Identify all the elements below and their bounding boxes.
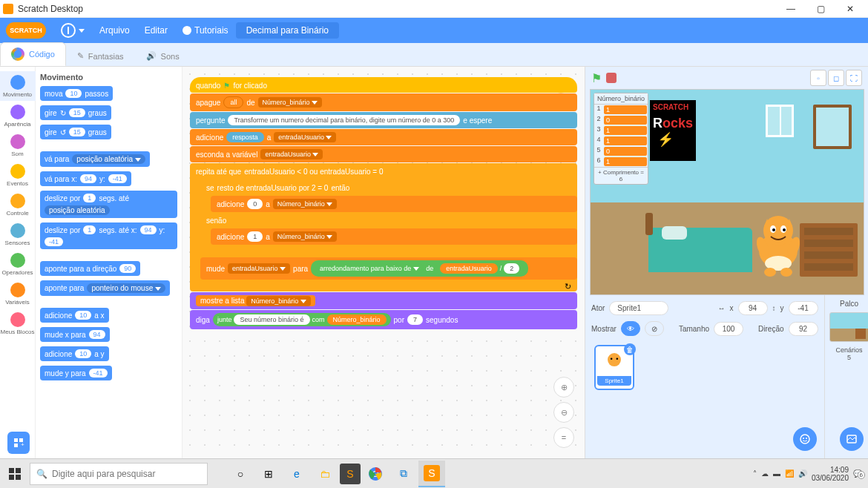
zoom-in-button[interactable]: ⊕	[553, 377, 574, 398]
notifications-button[interactable]: 💬6	[853, 469, 862, 478]
cortana-button[interactable]: ○	[227, 461, 254, 487]
block-turn-ccw[interactable]: gire↺15graus	[40, 125, 111, 139]
category-meus blocos[interactable]: Meus Blocos	[0, 309, 36, 338]
block-when-flag[interactable]: quando ⚑ for clicado	[190, 77, 577, 93]
clock[interactable]: 14:0903/06/2020	[812, 466, 849, 482]
tab-sounds[interactable]: 🔊Sons	[135, 46, 191, 66]
sprite-name-input[interactable]: Sprite1	[609, 301, 668, 315]
scratch-taskbar-icon[interactable]: S	[418, 461, 445, 487]
tutorials-menu[interactable]: Tutoriais	[175, 18, 236, 43]
file-menu[interactable]: Arquivo	[92, 18, 137, 43]
language-menu[interactable]	[53, 18, 92, 43]
script-workspace[interactable]: quando ⚑ for clicado apaguealldeNúmero_b…	[183, 67, 585, 458]
vscode-icon[interactable]: ⧉	[390, 461, 417, 487]
sprite-x-input[interactable]: 94	[738, 301, 768, 315]
close-button[interactable]: ✕	[835, 0, 865, 18]
block-point-dir[interactable]: aponte para a direção90	[40, 261, 140, 276]
add-backdrop-button[interactable]	[840, 427, 864, 451]
category-sensores[interactable]: Sensores	[0, 220, 36, 249]
window-prop	[766, 105, 794, 137]
block-set-x[interactable]: mude x para94	[40, 327, 110, 342]
windows-taskbar: 🔍Digite aqui para pesquisar ○ ⊞ e 🗀 S ⧉ …	[0, 458, 868, 488]
category-som[interactable]: Som	[0, 131, 36, 160]
block-hide-var[interactable]: esconda a variávelentradaUsuario	[190, 146, 577, 162]
edit-menu[interactable]: Editar	[137, 18, 175, 43]
category-variáveis[interactable]: Variáveis	[0, 279, 36, 309]
block-add-1[interactable]: adicione1aNúmero_binário	[211, 228, 577, 245]
zoom-reset-button[interactable]: =	[553, 427, 574, 448]
task-view-button[interactable]: ⊞	[255, 461, 282, 487]
svg-point-8	[763, 216, 793, 245]
minimize-button[interactable]: —	[776, 0, 806, 18]
sprite-size-input[interactable]: 100	[714, 322, 743, 336]
onedrive-icon[interactable]: ☁	[761, 469, 769, 478]
stage-large-button[interactable]: ◻	[828, 70, 844, 86]
start-button[interactable]	[0, 459, 30, 489]
project-name[interactable]: Decimal para Binário	[236, 22, 339, 39]
category-movimento[interactable]: Movimento	[0, 71, 36, 101]
explorer-icon[interactable]: 🗀	[312, 461, 338, 487]
volume-icon[interactable]: 🔊	[798, 469, 807, 478]
list-row: 20	[594, 115, 648, 125]
stage-small-button[interactable]: ▫	[810, 70, 826, 86]
green-flag-button[interactable]: ⚑	[591, 71, 602, 85]
block-say[interactable]: diga junte Seu número binário é com Núme…	[190, 310, 577, 329]
taskbar-search[interactable]: 🔍Digite aqui para pesquisar	[30, 463, 208, 485]
battery-icon[interactable]: ▬	[773, 469, 780, 478]
list-row: 50	[594, 146, 648, 156]
add-sprite-button[interactable]	[793, 427, 817, 451]
svg-point-12	[783, 228, 786, 231]
block-add-0[interactable]: adicione0aNúmero_binário	[211, 196, 577, 212]
show-sprite-button[interactable]: 👁	[621, 321, 640, 336]
block-add-y[interactable]: adicione10a y	[40, 346, 109, 361]
block-ask[interactable]: pergunteTransforme um numero decimal par…	[190, 112, 577, 128]
category-eventos[interactable]: Eventos	[0, 160, 36, 190]
sprite-dir-input[interactable]: 92	[789, 322, 818, 336]
tray-up-icon[interactable]: ˄	[753, 469, 757, 478]
block-goto[interactable]: vá paraposição aleatória	[40, 151, 150, 167]
zoom-out-button[interactable]: ⊖	[553, 402, 574, 423]
stop-button[interactable]	[606, 73, 617, 83]
block-stack[interactable]: quando ⚑ for clicado apaguealldeNúmero_b…	[190, 77, 577, 329]
block-glide[interactable]: deslize por1segs. atéposição aleatória	[40, 191, 177, 218]
block-set-var[interactable]: mudeentradaUsuario para arredondamento p…	[200, 257, 577, 280]
block-show-list[interactable]: mostre a lista Número_binário	[190, 292, 577, 309]
block-palette[interactable]: Movimento mova10passos gire↻15graus gire…	[36, 67, 183, 458]
block-glide-xy[interactable]: deslize por1segs. até x:94y:-41	[40, 222, 177, 249]
stage-panel: Palco Cenários 5	[824, 295, 868, 458]
category-aparência[interactable]: Aparência	[0, 101, 36, 131]
edge-icon[interactable]: e	[283, 461, 310, 487]
hide-sprite-button[interactable]: ⊘	[645, 321, 664, 336]
category-operadores[interactable]: Operadores	[0, 249, 36, 279]
scratch-logo[interactable]: SCRATCH	[6, 22, 46, 39]
block-goto-xy[interactable]: vá para x:94y:-41	[40, 171, 131, 186]
block-if-else[interactable]: se resto de entradaUsuario por 2 = 0 ent…	[200, 179, 577, 257]
tab-code[interactable]: Código	[0, 42, 66, 66]
delete-sprite-button[interactable]: 🗑	[624, 343, 636, 355]
block-add-x[interactable]: adicione10a x	[40, 308, 109, 323]
sprite-y-input[interactable]: -41	[789, 301, 818, 315]
sprite-cat[interactable]	[745, 210, 812, 284]
chrome-icon[interactable]	[362, 461, 389, 487]
top-menu: SCRATCH Arquivo Editar Tutoriais Decimal…	[0, 18, 868, 43]
maximize-button[interactable]: ▢	[806, 0, 835, 18]
block-move-steps[interactable]: mova10passos	[40, 86, 113, 101]
list-monitor[interactable]: Número_binário 112031415061 + Compriment…	[594, 93, 648, 185]
block-repeat-until[interactable]: repita até que entradaUsuario < 0 ou ent…	[190, 163, 577, 291]
bulb-icon	[183, 26, 191, 35]
palette-heading: Movimento	[40, 73, 177, 82]
block-delete-all[interactable]: apaguealldeNúmero_binário	[190, 93, 577, 111]
stage-thumbnail[interactable]	[829, 312, 868, 342]
block-turn-cw[interactable]: gire↻15graus	[40, 105, 111, 120]
stage[interactable]: Número_binário 112031415061 + Compriment…	[590, 89, 864, 295]
category-controle[interactable]: Controle	[0, 190, 36, 220]
tab-costumes[interactable]: ✎Fantasias	[66, 46, 135, 66]
sprite-card[interactable]: 🗑 Sprite1	[594, 345, 634, 390]
block-set-y[interactable]: mude y para-41	[40, 366, 112, 380]
wifi-icon[interactable]: 📶	[785, 469, 794, 478]
block-add-answer[interactable]: adicionerespostaaentradaUsuario	[190, 129, 577, 145]
stage-full-button[interactable]: ⛶	[846, 70, 862, 86]
add-extension-button[interactable]: +	[7, 432, 30, 454]
sublime-icon[interactable]: S	[340, 464, 361, 484]
block-point-to[interactable]: aponte paraponteiro do mouse	[40, 280, 170, 296]
